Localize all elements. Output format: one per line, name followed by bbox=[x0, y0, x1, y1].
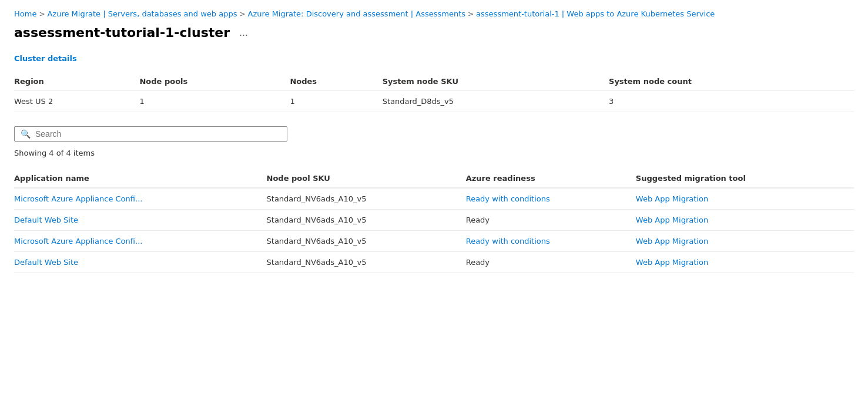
node-pool-sku: Standard_NV6ads_A10_v5 bbox=[267, 210, 466, 231]
azure-readiness: Ready bbox=[466, 252, 636, 273]
cluster-col-system-node-sku: System node SKU bbox=[383, 72, 609, 91]
azure-readiness[interactable]: Ready with conditions bbox=[466, 231, 636, 252]
ellipsis-button[interactable]: ... bbox=[236, 25, 252, 40]
apps-col-readiness: Azure readiness bbox=[466, 169, 636, 188]
readiness-link[interactable]: Ready with conditions bbox=[466, 194, 550, 203]
cluster-system-node-sku: Standard_D8ds_v5 bbox=[383, 91, 609, 112]
breadcrumb-servers[interactable]: Azure Migrate | Servers, databases and w… bbox=[47, 9, 237, 18]
azure-readiness: Ready bbox=[466, 210, 636, 231]
migration-tool: Web App Migration bbox=[636, 188, 854, 210]
breadcrumb-home[interactable]: Home bbox=[14, 9, 36, 18]
apps-table: Application name Node pool SKU Azure rea… bbox=[14, 169, 854, 273]
migration-tool: Web App Migration bbox=[636, 252, 854, 273]
migration-tool-link[interactable]: Web App Migration bbox=[636, 258, 708, 267]
cluster-col-region: Region bbox=[14, 72, 139, 91]
table-row: Default Web SiteStandard_NV6ads_A10_v5Re… bbox=[14, 252, 854, 273]
apps-col-migration-tool: Suggested migration tool bbox=[636, 169, 854, 188]
apps-col-name: Application name bbox=[14, 169, 267, 188]
breadcrumb-assessments[interactable]: Azure Migrate: Discovery and assessment … bbox=[247, 9, 465, 18]
cluster-details-section: Cluster details Region Node pools Nodes … bbox=[14, 54, 854, 112]
search-input[interactable] bbox=[35, 129, 281, 139]
migration-tool: Web App Migration bbox=[636, 210, 854, 231]
node-pool-sku: Standard_NV6ads_A10_v5 bbox=[267, 231, 466, 252]
cluster-region: West US 2 bbox=[14, 91, 139, 112]
breadcrumb-sep-1: > bbox=[39, 10, 45, 18]
cluster-node-pools: 1 bbox=[139, 91, 290, 112]
app-name-link[interactable]: Default Web Site bbox=[14, 258, 78, 267]
page-header: assessment-tutorial-1-cluster ... bbox=[14, 25, 854, 40]
search-box[interactable]: 🔍 bbox=[14, 126, 287, 142]
cluster-nodes: 1 bbox=[290, 91, 382, 112]
search-icon: 🔍 bbox=[21, 129, 31, 139]
migration-tool: Web App Migration bbox=[636, 231, 854, 252]
app-name-link[interactable]: Default Web Site bbox=[14, 216, 78, 224]
cluster-table: Region Node pools Nodes System node SKU … bbox=[14, 72, 854, 112]
cluster-col-nodes: Nodes bbox=[290, 72, 382, 91]
node-pool-sku: Standard_NV6ads_A10_v5 bbox=[267, 188, 466, 210]
cluster-system-node-count: 3 bbox=[609, 91, 854, 112]
cluster-row: West US 2 1 1 Standard_D8ds_v5 3 bbox=[14, 91, 854, 112]
items-count: Showing 4 of 4 items bbox=[14, 149, 854, 157]
cluster-col-node-pools: Node pools bbox=[139, 72, 290, 91]
app-name-link[interactable]: Microsoft Azure Appliance Confi... bbox=[14, 237, 142, 245]
breadcrumb-sep-3: > bbox=[468, 10, 474, 18]
table-row: Microsoft Azure Appliance Confi...Standa… bbox=[14, 231, 854, 252]
azure-readiness[interactable]: Ready with conditions bbox=[466, 188, 636, 210]
cluster-details-title: Cluster details bbox=[14, 54, 854, 63]
node-pool-sku: Standard_NV6ads_A10_v5 bbox=[267, 252, 466, 273]
cluster-col-system-node-count: System node count bbox=[609, 72, 854, 91]
migration-tool-link[interactable]: Web App Migration bbox=[636, 237, 708, 245]
migration-tool-link[interactable]: Web App Migration bbox=[636, 216, 708, 224]
readiness-link[interactable]: Ready with conditions bbox=[466, 237, 550, 245]
breadcrumb-tutorial[interactable]: assessment-tutorial-1 | Web apps to Azur… bbox=[476, 9, 715, 18]
breadcrumb-sep-2: > bbox=[239, 10, 245, 18]
page-title: assessment-tutorial-1-cluster bbox=[14, 25, 230, 40]
migration-tool-link[interactable]: Web App Migration bbox=[636, 194, 708, 203]
breadcrumb: Home > Azure Migrate | Servers, database… bbox=[14, 9, 854, 18]
app-name-link[interactable]: Microsoft Azure Appliance Confi... bbox=[14, 194, 142, 203]
apps-col-sku: Node pool SKU bbox=[267, 169, 466, 188]
table-row: Microsoft Azure Appliance Confi...Standa… bbox=[14, 188, 854, 210]
table-row: Default Web SiteStandard_NV6ads_A10_v5Re… bbox=[14, 210, 854, 231]
